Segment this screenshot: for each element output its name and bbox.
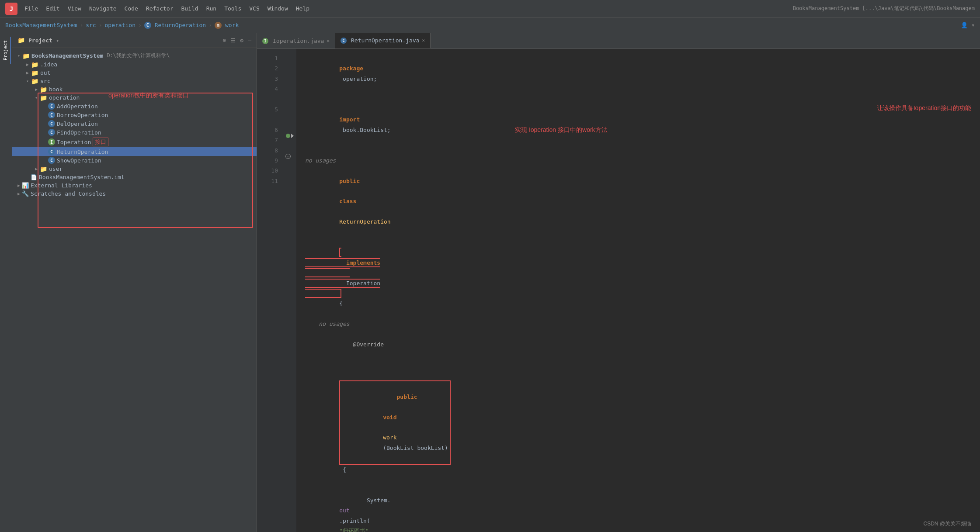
implements-highlight: implements Ioperation [305, 248, 380, 298]
tree-label-ioperation: Ioperation [57, 139, 91, 145]
tree-label-out: out [40, 69, 50, 76]
gutter-4 [283, 79, 296, 90]
folder-user-icon: 📁 [39, 166, 47, 172]
token-class-5: class [339, 198, 356, 204]
token-space-7b [383, 424, 386, 431]
menu-navigate[interactable]: Navigate [89, 5, 117, 12]
menu-tools[interactable]: Tools [224, 5, 241, 12]
code-line-3: import book.BookList; [305, 104, 980, 145]
menu-view[interactable]: View [68, 5, 81, 12]
token-string: "归还图书" [339, 528, 369, 532]
tree-item-findoperation[interactable]: C FindOperation [12, 128, 257, 137]
menu-code[interactable]: Code [125, 5, 138, 12]
hide-icon[interactable]: — [248, 37, 251, 44]
tree-item-idea[interactable]: ▶ 📁 .idea [12, 60, 257, 69]
tree-item-out[interactable]: ▶ 📁 out [12, 69, 257, 77]
tree-item-addoperation[interactable]: C AddOperation [12, 102, 257, 111]
line-num-8: 8 [257, 145, 278, 155]
tab-badge-i: I [262, 38, 268, 44]
tree-item-borrowoperation[interactable]: C BorrowOperation [12, 111, 257, 119]
breadcrumb-operation[interactable]: operation [105, 22, 136, 28]
code-line-1: package operation; [305, 53, 980, 94]
badge-c-show: C [48, 157, 55, 164]
dropdown-icon[interactable]: ▾ [56, 37, 59, 44]
menu-window[interactable]: Window [268, 5, 288, 12]
watermark: CSDN @关关不烦恼 [923, 520, 971, 528]
tab-returnoperation[interactable]: C ReturnOperation.java ✕ [335, 33, 431, 48]
breadcrumb-work[interactable]: work [225, 22, 239, 28]
tree-label-deloperation: DelOperation [57, 121, 98, 127]
tree-item-operation[interactable]: ▾ 📁 operation [12, 93, 257, 102]
tree-item-showoperation[interactable]: C ShowOperation [12, 156, 257, 165]
menu-vcs[interactable]: VCS [249, 5, 259, 12]
folder-icon-header: 📁 [17, 37, 25, 44]
code-line-2 [305, 94, 980, 104]
tree-label-addoperation: AddOperation [57, 103, 98, 110]
tree-item-iml[interactable]: 📄 BooksManagementSystem.iml [12, 173, 257, 181]
code-content[interactable]: 让该操作具备Ioperation接口的功能 实现 Ioperation 接口中的… [296, 49, 980, 532]
project-tree: ▾ 📁 BooksManagementSystem D:\我的文件\计算机科学\… [12, 48, 257, 532]
line-num-11: 11 [257, 176, 278, 186]
token-void-7: void [383, 414, 396, 421]
code-line-7: public void work (BookList bookList) { [305, 360, 980, 485]
menu-refactor[interactable]: Refactor [146, 5, 174, 12]
token-override: @Override [339, 341, 384, 348]
gutter-9: ○ [283, 151, 296, 161]
tree-item-scratches[interactable]: ▶ 🔧 Scratches and Consoles [12, 190, 257, 198]
arrow-extlib: ▶ [16, 183, 22, 188]
tree-item-deloperation[interactable]: C DelOperation [12, 119, 257, 128]
gutter-circle-9: ○ [285, 154, 291, 159]
tree-item-bms[interactable]: ▾ 📁 BooksManagementSystem D:\我的文件\计算机科学\ [12, 51, 257, 60]
badge-c-del: C [48, 120, 55, 127]
gutter-blank2 [283, 110, 296, 120]
line-num-1: 1 [257, 53, 278, 63]
user-icon: 👤 ▾ [961, 22, 975, 28]
folder-src-icon: 📁 [31, 78, 38, 84]
options-icon[interactable]: ⚙ [240, 37, 243, 44]
code-line-8: System. out .println( "归还图书" ); [305, 485, 980, 532]
token-space-5d [346, 269, 350, 276]
token-classname: ReturnOperation [339, 218, 390, 225]
breadcrumb-src[interactable]: src [86, 22, 96, 28]
locate-icon[interactable]: ⊕ [223, 37, 226, 44]
gutter-arrow [291, 134, 294, 138]
tree-item-book[interactable]: ▶ 📁 book [12, 85, 257, 93]
tree-label-returnoperation: ReturnOperation [57, 149, 108, 155]
gutter-1 [283, 49, 296, 59]
tree-label-book: book [49, 86, 63, 93]
tab-bar: I Ioperation.java ✕ C ReturnOperation.ja… [257, 33, 980, 49]
tree-label-findoperation: FindOperation [57, 129, 101, 136]
gutter-6 [283, 121, 296, 131]
menu-edit[interactable]: Edit [46, 5, 59, 12]
tab-ioperation-close[interactable]: ✕ [327, 38, 330, 44]
tree-item-src[interactable]: ▾ 📁 src [12, 77, 257, 85]
tree-item-extlib[interactable]: ▶ 📊 External Libraries [12, 181, 257, 190]
tree-item-user[interactable]: ▶ 📁 user [12, 165, 257, 173]
menu-run[interactable]: Run [206, 5, 216, 12]
line-num-7: 7 [257, 135, 278, 145]
tree-item-ioperation[interactable]: I Ioperation 接口 [12, 137, 257, 147]
tab-ioperation[interactable]: I Ioperation.java ✕ [257, 33, 335, 48]
sidebar-tab-project[interactable]: Project [1, 37, 11, 64]
menu-build[interactable]: Build [181, 5, 198, 12]
collapse-icon[interactable]: ☰ [230, 37, 236, 44]
code-line-nousages1: no usages [305, 155, 980, 166]
menu-file[interactable]: File [24, 5, 38, 12]
menu-help[interactable]: Help [296, 5, 309, 12]
tree-label-iml: BooksManagementSystem.iml [39, 174, 125, 180]
arrow-user: ▶ [33, 166, 39, 171]
tree-label-borrowoperation: BorrowOperation [57, 112, 108, 118]
breadcrumb-returnoperation[interactable]: ReturnOperation [155, 22, 206, 28]
scratches-icon: 🔧 [22, 190, 29, 197]
app-logo: J [5, 3, 17, 15]
line-num-9: 9 [257, 155, 278, 166]
token-brace-open: { [339, 300, 343, 307]
code-container: 1 2 3 4 · 5 · 6 7 8 9 10 11 [257, 49, 980, 532]
menu-bar[interactable]: File Edit View Navigate Code Refactor Bu… [24, 5, 784, 12]
breadcrumb-bms[interactable]: BooksManagementSystem [5, 22, 77, 28]
tab-returnoperation-close[interactable]: ✕ [422, 38, 425, 43]
tree-label-operation: operation [49, 94, 80, 101]
main-layout: Project 📁 Project ▾ ⊕ ☰ ⚙ — ▾ 📁 BooksMan… [0, 33, 980, 532]
tree-item-returnoperation[interactable]: C ReturnOperation [12, 147, 257, 156]
arrow-operation: ▾ [33, 95, 39, 100]
